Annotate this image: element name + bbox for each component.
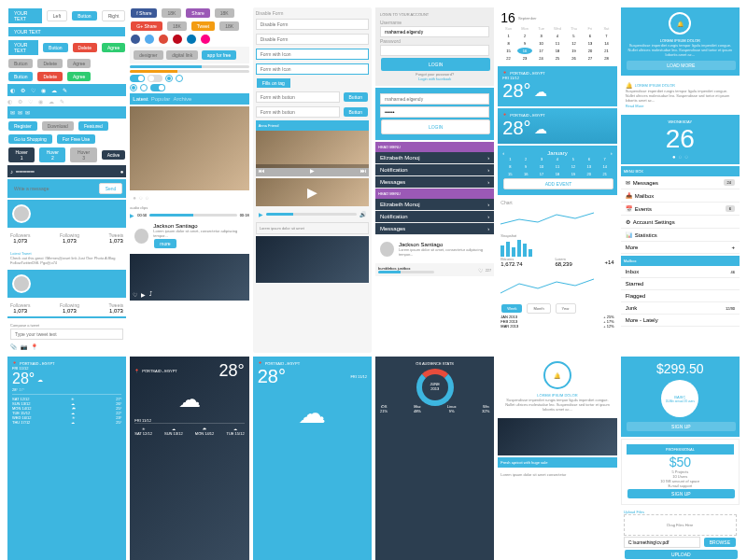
agree-btn[interactable]: Agree [102,43,125,52]
featured-btn[interactable]: Featured [78,121,108,131]
tweet-btn[interactable]: Tweet [191,21,215,31]
dropzone[interactable]: Drag Files Here [624,514,737,536]
btn-center[interactable]: Button [72,11,96,21]
input[interactable] [256,106,340,118]
free-btn[interactable]: For Free Use [57,134,95,144]
play-icon[interactable]: ▶ [259,211,263,217]
btn[interactable]: Button [43,43,67,52]
pin-icon[interactable] [173,35,182,44]
radio[interactable] [165,75,173,82]
btn[interactable]: Button [8,72,33,81]
menu-item[interactable]: Messages› [375,223,494,235]
username-input[interactable] [380,26,489,37]
menu-item[interactable]: 📅 Events6 [621,203,740,216]
menu-item[interactable]: Notification› [375,164,494,176]
btn[interactable]: Delete [37,59,62,68]
loc-icon[interactable]: 📍 [31,343,37,350]
menu-item[interactable]: More+ [621,242,740,254]
username-input[interactable] [380,93,489,105]
gp-icon[interactable] [159,35,168,44]
icon[interactable]: ◐ [7,98,12,105]
toggle[interactable] [150,84,165,91]
btn[interactable]: Button [344,92,368,102]
fb-share[interactable]: f Share [131,8,157,18]
slider[interactable]: ━━━━━ [16,168,118,175]
icon[interactable]: ☁ [49,98,54,105]
login-btn[interactable]: LOGIN [381,119,490,134]
tab[interactable]: ✉ [10,109,15,116]
tag[interactable]: designer [134,50,162,60]
tab[interactable]: Popular [151,96,171,102]
btn-left[interactable]: Left [47,10,67,21]
btn[interactable]: Delete [37,72,62,81]
hover-btn[interactable]: Hover 3 [70,147,96,162]
play-icon[interactable]: ▶ [310,167,315,174]
tag[interactable]: YOUR TEXT [8,27,125,36]
more-btn[interactable]: more [154,239,176,248]
icon[interactable]: ◐ [10,87,15,93]
signup-btn[interactable]: SIGN UP [627,489,735,498]
video-thumb[interactable]: ♡ ▶ ⤴ [130,254,248,301]
delete-btn[interactable]: Delete [73,43,97,52]
input[interactable] [256,49,369,60]
share-icon[interactable]: ⤴ [149,291,152,298]
menu-item[interactable]: Inbox46 [621,266,740,278]
tag[interactable]: app for free [202,50,237,60]
read-more-link[interactable]: Read More [626,104,644,108]
register-btn[interactable]: Register [8,121,37,131]
avatar[interactable] [12,204,31,223]
radio[interactable] [176,75,183,82]
btn[interactable]: Button [8,59,33,68]
icon[interactable]: ♡ [28,98,33,105]
menu-item[interactable]: 📊 Statistics [621,229,740,242]
tab[interactable]: Archive [173,96,191,102]
radio[interactable] [140,84,148,91]
toggle[interactable] [130,75,145,82]
shop-btn[interactable]: Go to Shopping [8,134,52,144]
like-icon[interactable]: ♡ [133,291,137,298]
btn[interactable]: Button [344,107,368,117]
add-event-btn[interactable]: ADD EVENT [503,178,613,189]
fill-tag[interactable]: Fills on tag [257,78,290,88]
fb-login[interactable]: Login with facebook [380,77,489,81]
attach-icon[interactable]: 📎 [10,343,17,350]
menu-item[interactable]: 📥 Mailbox [621,189,740,203]
menu-item[interactable]: Elizabeth Monoj› [375,152,494,164]
upload-btn[interactable]: UPLOAD [625,550,738,559]
icon[interactable]: ◉ [38,98,43,105]
browse-btn[interactable]: BROWSE [704,538,736,547]
password-input[interactable] [380,45,489,56]
icon[interactable]: ⚙ [21,87,25,93]
input[interactable] [256,91,340,103]
icon[interactable]: ⚙ [18,98,22,105]
tag[interactable]: digital link [166,50,198,60]
dot[interactable]: ○ [146,195,149,201]
file-input[interactable] [624,537,700,548]
tab[interactable]: ✉ [25,109,30,116]
menu-item[interactable]: ⚙ Account Settings [621,216,740,229]
play-icon[interactable]: ▶ [130,212,134,218]
menu-item[interactable]: More - Lately [621,315,740,327]
icon[interactable]: ◉ [41,87,46,93]
menu-item[interactable]: Messages› [375,176,494,189]
li-icon[interactable] [187,35,196,44]
send-btn[interactable]: Send [99,183,123,194]
mic-icon[interactable]: ● [120,169,124,175]
photo-icon[interactable]: 📷 [21,343,27,350]
menu-item[interactable]: Starred [621,278,740,290]
signup-btn[interactable]: SIGN UP [627,422,736,431]
tab-latest[interactable]: Latest [133,96,148,102]
menu-item[interactable]: ✉ Messages24 [621,176,740,189]
password-input[interactable] [380,106,489,118]
tab[interactable]: ✉ [18,109,22,116]
tag[interactable]: YOUR TEXT [8,8,42,23]
message-input[interactable] [10,184,95,193]
fb-icon[interactable] [131,35,140,44]
input[interactable] [256,63,369,75]
menu-item[interactable]: Flagged [621,290,740,302]
video-thumb[interactable] [256,236,369,283]
download-btn[interactable]: Download [42,121,74,131]
hover-btn[interactable]: Hover 1 [8,147,35,162]
tweet-input[interactable] [10,329,123,340]
vol-icon[interactable]: 🔊 [359,211,366,217]
